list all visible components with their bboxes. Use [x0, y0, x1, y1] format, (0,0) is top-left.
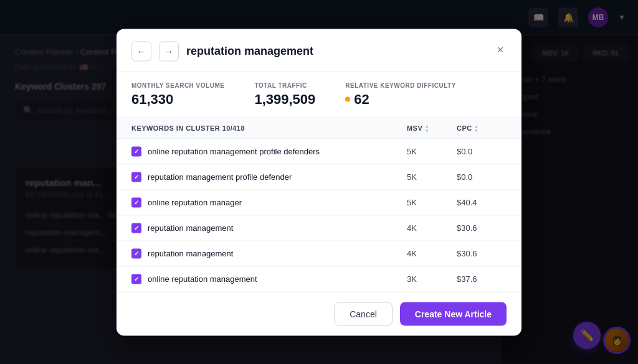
- arrow-left-icon: ←: [137, 46, 146, 56]
- cancel-button[interactable]: Cancel: [334, 302, 393, 325]
- stat-traffic-value: 1,399,509: [254, 91, 315, 107]
- table-row: reputation management profile defender 5…: [117, 164, 521, 190]
- close-button[interactable]: ×: [492, 41, 509, 58]
- table-row: online reputation management profile def…: [117, 139, 521, 164]
- stat-msv-label: MONTHLY SEARCH VOLUME: [131, 82, 224, 88]
- modal-title: reputation management: [186, 45, 313, 58]
- msv-cell-4: 4K: [407, 249, 457, 258]
- keyword-text-5: online reputation management: [148, 274, 257, 284]
- stat-difficulty-value: 62: [345, 91, 456, 107]
- stat-difficulty-label: RELATIVE KEYWORD DIFFICULTY: [345, 82, 456, 88]
- keyword-cell: online reputation manager: [131, 197, 407, 207]
- th-keyword-label: KEYWORDS IN CLUSTER 10/418: [131, 124, 245, 132]
- keyword-cell: reputation management: [131, 248, 407, 258]
- table-row: online reputation manager 5K $40.4: [117, 190, 521, 215]
- keywords-table: KEYWORDS IN CLUSTER 10/418 MSV ▲▼ CPC ▲▼…: [117, 118, 521, 291]
- cpc-cell-4: $30.6: [457, 249, 507, 258]
- th-cpc: CPC ▲▼: [457, 124, 507, 132]
- stat-traffic: TOTAL TRAFFIC 1,399,509: [254, 82, 315, 107]
- th-cpc-label: CPC: [457, 124, 472, 132]
- msv-sort-icon: ▲▼: [425, 124, 429, 132]
- cpc-sort-icon: ▲▼: [475, 124, 478, 132]
- keyword-text-0: online reputation management profile def…: [148, 147, 320, 156]
- modal-footer: Cancel Create New Article: [117, 291, 521, 335]
- msv-cell-3: 4K: [407, 223, 457, 233]
- table-header: KEYWORDS IN CLUSTER 10/418 MSV ▲▼ CPC ▲▼: [117, 118, 521, 139]
- cpc-cell-2: $40.4: [457, 198, 507, 207]
- table-body: online reputation management profile def…: [117, 139, 521, 291]
- keyword-checkbox-5[interactable]: [131, 274, 141, 284]
- table-row: online reputation management 3K $37.6: [117, 266, 521, 291]
- arrow-right-icon: →: [164, 46, 173, 56]
- close-icon: ×: [497, 44, 504, 57]
- table-row: reputation management 4K $30.6: [117, 215, 521, 241]
- cpc-cell-1: $0.0: [457, 172, 507, 182]
- msv-cell-2: 5K: [407, 198, 457, 207]
- stat-traffic-label: TOTAL TRAFFIC: [254, 82, 315, 88]
- stat-msv: MONTHLY SEARCH VOLUME 61,330: [131, 82, 224, 107]
- table-row: reputation management 4K $30.6: [117, 241, 521, 266]
- create-article-button[interactable]: Create New Article: [400, 302, 507, 325]
- keyword-text-3: reputation management: [148, 223, 233, 233]
- cpc-cell-0: $0.0: [457, 147, 507, 156]
- keyword-cell: reputation management profile defender: [131, 172, 407, 182]
- keyword-checkbox-2[interactable]: [131, 197, 141, 207]
- cpc-cell-3: $30.6: [457, 223, 507, 233]
- cpc-cell-5: $37.6: [457, 274, 507, 284]
- keyword-cell: reputation management: [131, 223, 407, 233]
- keyword-text-4: reputation management: [148, 249, 233, 258]
- nav-forward-button[interactable]: →: [159, 41, 179, 61]
- difficulty-number: 62: [354, 91, 369, 107]
- modal-header: ← → reputation management ×: [117, 29, 521, 72]
- stat-difficulty: RELATIVE KEYWORD DIFFICULTY 62: [345, 82, 456, 107]
- modal-stats: MONTHLY SEARCH VOLUME 61,330 TOTAL TRAFF…: [117, 72, 521, 118]
- cancel-label: Cancel: [350, 309, 377, 319]
- th-msv: MSV ▲▼: [407, 124, 457, 132]
- keyword-checkbox-1[interactable]: [131, 172, 141, 182]
- keyword-checkbox-3[interactable]: [131, 223, 141, 233]
- th-msv-label: MSV: [407, 124, 422, 132]
- stat-msv-value: 61,330: [131, 91, 224, 107]
- nav-back-button[interactable]: ←: [131, 41, 151, 61]
- keyword-checkbox-0[interactable]: [131, 146, 141, 156]
- keyword-checkbox-4[interactable]: [131, 248, 141, 258]
- msv-cell-1: 5K: [407, 172, 457, 182]
- modal-dialog: ← → reputation management × MONTHLY SEAR…: [117, 29, 521, 335]
- keyword-cell: online reputation management profile def…: [131, 146, 407, 156]
- msv-cell-5: 3K: [407, 274, 457, 284]
- msv-cell-0: 5K: [407, 147, 457, 156]
- keyword-text-1: reputation management profile defender: [148, 172, 292, 182]
- keyword-cell: online reputation management: [131, 274, 407, 284]
- difficulty-dot: [345, 96, 350, 101]
- keyword-text-2: online reputation manager: [148, 198, 242, 207]
- create-label: Create New Article: [415, 309, 492, 319]
- th-keyword: KEYWORDS IN CLUSTER 10/418: [131, 124, 407, 132]
